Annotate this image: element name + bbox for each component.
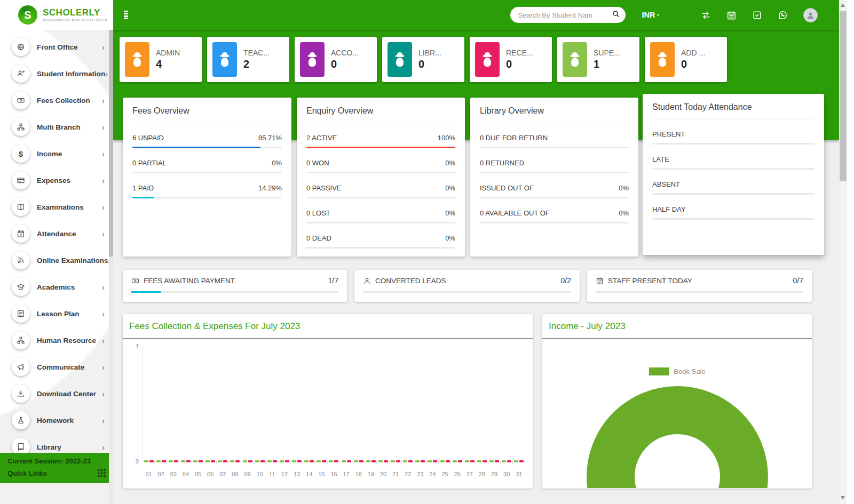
converted-leads-card[interactable]: CONVERTED LEADS 0/2 xyxy=(354,270,580,302)
grid-menu-icon[interactable] xyxy=(98,469,106,477)
donut-chart: Book Sale xyxy=(542,339,812,488)
bar-day: 30 xyxy=(501,343,513,486)
sidebar-item-student-information[interactable]: Student Information › xyxy=(0,60,113,87)
stat-card-librarian[interactable]: LIBR...0 xyxy=(382,37,464,82)
main-content: INR▾ ADMIN4 TEAC...2 ACCO...0 xyxy=(113,0,839,504)
sidebar-item-communicate[interactable]: Communicate › xyxy=(0,354,113,380)
stat-card-admin[interactable]: ADMIN4 xyxy=(120,37,202,82)
enquiry-overview-card: Enquiry Overview 2 ACTIVE100% 0 WON0% 0 … xyxy=(297,98,465,257)
sidebar-item-front-office[interactable]: Front Office › xyxy=(0,34,113,60)
sidebar-item-human-resource[interactable]: Human Resource › xyxy=(0,327,113,354)
task-check-icon[interactable] xyxy=(752,10,762,20)
hamburger-menu-icon[interactable] xyxy=(124,11,128,19)
search-icon[interactable] xyxy=(612,10,620,20)
sidebar: S SCHOLERLY ENGINEERING FOR EXCELLENCE F… xyxy=(0,0,113,504)
bar-chart: 1 0 010203040506070809101112131415161718… xyxy=(127,343,525,486)
chevron-right-icon: › xyxy=(102,96,106,105)
online-examinations-icon xyxy=(12,251,30,269)
fees-expenses-chart-card: Fees Collection & Expenses For July 2023… xyxy=(123,314,533,489)
stat-card-receptionist[interactable]: RECE...0 xyxy=(470,37,552,82)
sidebar-item-academics[interactable]: Academics › xyxy=(0,274,113,300)
card-title: Student Today Attendance xyxy=(652,102,815,119)
chevron-right-icon: › xyxy=(102,363,106,372)
overview-row-paid: 1 PAID14.29% xyxy=(132,184,282,198)
sidebar-item-download-center[interactable]: Download Center › xyxy=(0,380,113,407)
bar-day: 03 xyxy=(167,343,179,486)
bar-day: 11 xyxy=(266,343,278,486)
sidebar-item-homework[interactable]: Homework › xyxy=(0,407,113,434)
stat-card-teacher[interactable]: TEAC...2 xyxy=(207,37,289,82)
sidebar-footer: Current Session: 2022-23 Quick Links xyxy=(0,453,113,483)
sidebar-item-multi-branch[interactable]: Multi Branch › xyxy=(0,114,113,140)
y-axis-tick: 0 xyxy=(127,458,139,465)
user-secret-icon xyxy=(125,42,149,77)
user-secret-icon xyxy=(475,42,500,77)
scroll-down-arrow-icon[interactable] xyxy=(841,496,845,500)
bar-day: 02 xyxy=(155,343,167,486)
scroll-up-arrow-icon[interactable] xyxy=(841,3,845,7)
overview-row-late: LATE xyxy=(652,155,815,170)
student-search xyxy=(510,7,626,23)
overview-row-issued: ISSUED OUT OF0% xyxy=(480,184,629,198)
sidebar-item-fees-collection[interactable]: Fees Collection › xyxy=(0,87,113,114)
charts-row: Fees Collection & Expenses For July 2023… xyxy=(123,314,839,489)
card-title: Enquiry Overview xyxy=(306,106,455,123)
legend-label: Book Sale xyxy=(674,367,705,375)
user-secret-icon xyxy=(300,42,325,77)
academics-icon xyxy=(12,278,30,296)
bar-day: 10 xyxy=(254,343,266,486)
user-secret-icon xyxy=(388,42,412,77)
bar-day: 19 xyxy=(365,343,377,486)
current-session-label: Current Session: 2022-23 xyxy=(7,457,106,465)
sidebar-item-lesson-plan[interactable]: Lesson Plan › xyxy=(0,300,113,327)
overview-row-lost: 0 LOST0% xyxy=(306,209,455,223)
bar-day: 25 xyxy=(439,343,451,486)
overview-row-partial: 0 PARTIAL0% xyxy=(132,159,282,173)
page-scrollbar-thumb[interactable] xyxy=(840,11,847,181)
currency-selector[interactable]: INR▾ xyxy=(642,11,659,19)
lesson-plan-icon xyxy=(12,305,30,323)
examinations-icon xyxy=(12,198,30,216)
chevron-right-icon: › xyxy=(102,416,106,425)
swap-icon[interactable] xyxy=(701,10,711,20)
human-resource-icon xyxy=(12,331,30,349)
brand-name: SCHOLERLY xyxy=(43,8,107,17)
sidebar-item-income[interactable]: $ Income › xyxy=(0,140,113,167)
student-attendance-card: Student Today Attendance PRESENT LATE AB… xyxy=(643,94,824,255)
overview-row-returned: 0 RETURNED xyxy=(480,159,629,173)
chevron-right-icon: › xyxy=(102,43,106,52)
income-icon: $ xyxy=(12,145,30,163)
staff-present-today-card[interactable]: STAFF PRESENT TODAY 0/7 xyxy=(587,270,812,302)
bar-day: 07 xyxy=(217,343,229,486)
donut-chart-title: Income - July 2023 xyxy=(542,314,812,338)
bar-day: 20 xyxy=(377,343,389,486)
sidebar-item-expenses[interactable]: Expenses › xyxy=(0,167,113,194)
overview-row-available: 0 AVAILABLE OUT OF0% xyxy=(480,209,629,223)
chevron-right-icon: › xyxy=(102,389,106,398)
whatsapp-icon[interactable] xyxy=(778,10,788,20)
sidebar-item-attendance[interactable]: Attendance › xyxy=(0,220,113,247)
chevron-right-icon: › xyxy=(102,309,106,318)
scrollbar-column xyxy=(839,0,854,504)
bar-day: 08 xyxy=(229,343,241,486)
sidebar-item-examinations[interactable]: Examinations › xyxy=(0,194,113,220)
stat-card-super-admin[interactable]: SUPE...1 xyxy=(557,37,639,82)
bar-day: 27 xyxy=(463,343,476,486)
overview-row-absent: ABSENT xyxy=(652,180,815,195)
homework-icon xyxy=(12,411,30,429)
overview-row-half-day: HALF DAY xyxy=(652,205,815,220)
sidebar-scrollbar xyxy=(109,30,113,504)
page-scrollbar[interactable] xyxy=(839,0,847,504)
calendar-icon[interactable] xyxy=(726,10,737,20)
user-avatar[interactable] xyxy=(803,8,818,22)
brand-logo[interactable]: S SCHOLERLY ENGINEERING FOR EXCELLENCE xyxy=(0,0,113,30)
sidebar-scrollbar-thumb[interactable] xyxy=(109,30,113,257)
sidebar-item-online-examinations[interactable]: Online Examinations › xyxy=(0,247,113,274)
search-input[interactable] xyxy=(518,11,612,19)
card-title: Fees Overview xyxy=(132,106,282,123)
bar-day: 09 xyxy=(241,343,254,486)
stat-card-additional[interactable]: ADD ...0 xyxy=(645,37,727,82)
stat-card-accountant[interactable]: ACCO...0 xyxy=(295,37,377,82)
fees-awaiting-payment-card[interactable]: FEES AWAITING PAYMENT 1/7 xyxy=(123,270,347,302)
sidebar-menu: Front Office › Student Information › Fee… xyxy=(0,30,113,460)
